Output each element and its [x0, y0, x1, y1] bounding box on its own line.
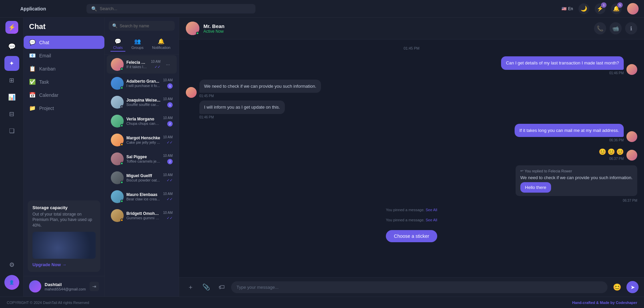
chart-icon: 📊 [8, 93, 16, 101]
received-group: We need to check if we can provide you s… [186, 80, 637, 119]
chat-item-preview: Gummies gummi b... [126, 216, 160, 220]
activity-badge: 1 [601, 2, 606, 8]
message-row-received: We need to check if we can provide you s… [186, 80, 637, 98]
user-avatar-topbar[interactable] [627, 3, 639, 15]
list-item[interactable]: Joaquina Weise... Soufflé soufflé car...… [107, 93, 177, 111]
storage-title: Storage capacity [32, 205, 96, 210]
task-nav-icon: ✅ [29, 79, 36, 85]
chat-item-name: Mauro Elenbaas [126, 192, 160, 197]
logout-icon: ⇥ [92, 284, 96, 289]
chat-item-meta: 10 AM ✓✓ [163, 173, 173, 183]
chat-item-avatar [111, 115, 124, 128]
list-item[interactable]: Verla Morgano Chupa chups cand... 10 AM … [107, 112, 177, 130]
chat-header: Mr. Bean Active Now 📞 📹 ℹ [179, 18, 644, 39]
chat-item-info: Joaquina Weise... Soufflé soufflé car... [126, 98, 160, 107]
nav-item-project[interactable]: 📁 Project [24, 102, 104, 115]
tab-groups[interactable]: 👥 Groups [129, 37, 146, 52]
chat-item-avatar [111, 58, 124, 71]
message-bubble-sent: If it takes long you can mail me at my m… [515, 124, 624, 137]
sidebar-item-chart[interactable]: 📊 [4, 90, 19, 105]
list-item[interactable]: Miguel Guelff Biscuit powder oat... 10 A… [107, 169, 177, 187]
video-call-button[interactable]: 📹 [610, 22, 622, 34]
chat-item-time: 10 AM [151, 60, 160, 63]
choose-sticker-button[interactable]: Choose a sticker [386, 230, 437, 242]
nav-item-chat[interactable]: 💬 Chat [24, 36, 104, 49]
online-status-dot [120, 143, 123, 146]
more-button[interactable]: ··· [163, 60, 173, 69]
logout-button[interactable]: ⇥ [90, 282, 99, 291]
chat-search-input[interactable] [120, 24, 171, 28]
layers-icon: ❏ [9, 127, 15, 135]
email-nav-label: Email [39, 53, 51, 58]
message-bubble-sent: Can I get details of my last transaction… [501, 56, 624, 70]
sidebar-item-layers[interactable]: ❏ [4, 123, 19, 138]
chat-item-time: 10 AM [163, 154, 173, 158]
sticker-input-button[interactable]: 🏷 [216, 281, 228, 293]
logo-button[interactable]: ⚡ [5, 21, 18, 34]
language-selector[interactable]: 🇺🇸 En [562, 6, 573, 11]
list-item[interactable]: Margot Henschke Cake pie jelly jelly ...… [107, 131, 177, 149]
list-item[interactable]: Adalberto Gran... I will purchase it fo.… [107, 74, 177, 92]
main-layout: ⚡ 💬 ✦ ⊞ 📊 ⊟ ❏ ⚙ 👤 [0, 18, 644, 297]
chat-nav-icon: 💬 [29, 39, 36, 46]
chat-item-info: Sal Piggee Toffee caramels jel... [126, 155, 160, 163]
sticker-banner: Choose a sticker [186, 230, 637, 242]
upgrade-now-button[interactable]: Upgrade Now → [32, 262, 66, 267]
add-attachment-button[interactable]: ＋ [184, 281, 197, 293]
chat-search-box[interactable]: 🔍 [109, 21, 175, 31]
sidebar-item-grid[interactable]: ⊞ [4, 73, 19, 88]
message-input[interactable] [231, 281, 608, 293]
nav-item-task[interactable]: ✅ Task [24, 75, 104, 88]
file-attach-button[interactable]: 📎 [200, 281, 212, 293]
sidebar-item-chat[interactable]: 💬 [4, 39, 19, 54]
tab-notification[interactable]: 🔔 Notification [149, 37, 173, 52]
sender-avatar [626, 64, 637, 75]
chat-item-avatar [111, 209, 124, 222]
activity-button[interactable]: ⚡ 1 [595, 3, 605, 14]
groups-tab-icon: 👥 [134, 38, 141, 45]
voice-call-button[interactable]: 📞 [594, 22, 606, 34]
topbar: Application 🔍 🇺🇸 En 🌙 ⚡ 1 🔔 5 [0, 0, 644, 18]
nav-item-email[interactable]: 📧 Email [24, 49, 104, 62]
tab-chats[interactable]: 💬 Chats [110, 37, 126, 52]
chat-item-meta: 10 AM ✓✓ [151, 60, 160, 69]
see-all-link-2[interactable]: See All [426, 218, 437, 222]
nav-item-calendar[interactable]: 📅 Calendar [24, 88, 104, 102]
global-search-input[interactable] [100, 6, 251, 11]
info-button[interactable]: ℹ [625, 22, 637, 34]
sidebar-item-active[interactable]: ✦ [4, 56, 19, 71]
list-item[interactable]: Mauro Elenbaas Bear claw ice crea... 10 … [107, 188, 177, 206]
sidebar-user-button[interactable]: 👤 [4, 275, 19, 290]
list-item[interactable]: Sal Piggee Toffee caramels jel... 10 AM … [107, 150, 177, 168]
chat-contact-name: Mr. Bean [203, 23, 590, 29]
message-text: I will inform you as I get update on thi… [204, 105, 280, 110]
online-status-dot [120, 67, 123, 71]
email-nav-icon: 📧 [29, 52, 36, 59]
message-time: 06:37 PM [609, 157, 624, 161]
list-item[interactable]: Felecia Rower If it takes long you ... 1… [107, 55, 177, 74]
chat-icon: 💬 [8, 43, 16, 50]
send-message-button[interactable]: ➤ [626, 281, 639, 293]
app-footer: COPYRIGHT © 2024 DashTail All rights Res… [0, 297, 644, 308]
reply-message-group: ↩ You replied to Felecia Rower We need t… [186, 165, 637, 202]
reply-icon: ↩ [520, 169, 523, 173]
chat-item-time: 10 AM [163, 192, 173, 196]
list-item[interactable]: Bridgett Omohu... Gummies gummi b... 10 … [107, 206, 177, 225]
theme-toggle-button[interactable]: 🌙 [578, 3, 589, 14]
chat-item-check: ✓✓ [167, 178, 173, 183]
notifications-button[interactable]: 🔔 5 [611, 3, 622, 14]
emoji-icon: 😊 [613, 283, 621, 291]
storage-image [32, 232, 96, 259]
sidebar-settings-button[interactable]: ⚙ [4, 257, 19, 272]
nav-item-kanban[interactable]: 📋 Kanban [24, 62, 104, 75]
chat-nav-label: Chat [39, 40, 49, 45]
chat-item-check: ✓✓ [154, 65, 160, 69]
online-status-dot [120, 162, 123, 165]
pinned-message-2: You pinned a message. See All [186, 218, 637, 222]
emoji-picker-button[interactable]: 😊 [611, 281, 623, 293]
footer-user-avatar [29, 280, 41, 292]
sidebar-item-table[interactable]: ⊟ [4, 107, 19, 121]
message-text: Can I get details of my last transaction… [506, 60, 619, 65]
global-search-box[interactable]: 🔍 [86, 4, 255, 13]
see-all-link-1[interactable]: See All [426, 208, 437, 212]
